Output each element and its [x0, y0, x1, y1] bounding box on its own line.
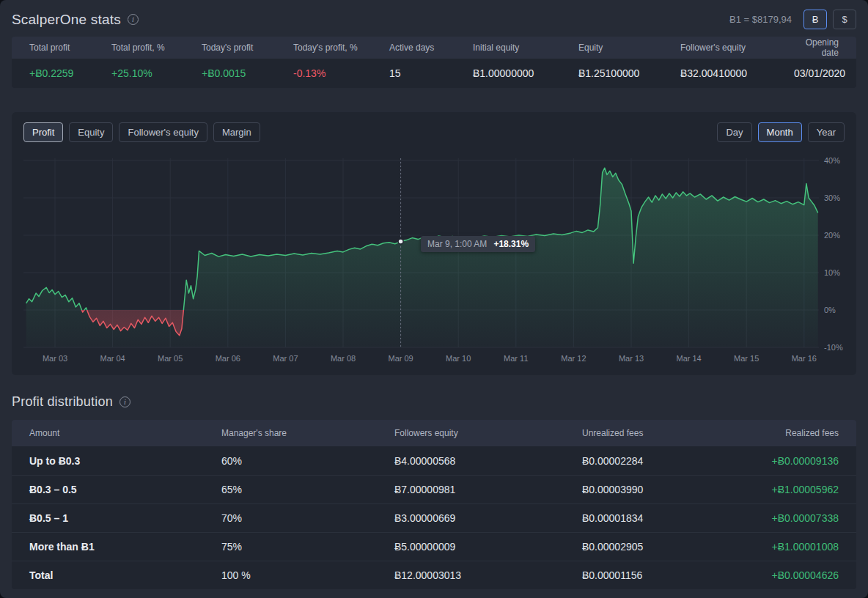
svg-text:Mar 11: Mar 11: [504, 354, 528, 363]
distribution-cell: +Ƀ1.00005962: [758, 484, 839, 495]
tooltip-date: Mar 9, 1:00 AM: [427, 239, 487, 249]
distribution-header-cell: Unrealized fees: [582, 428, 758, 438]
distribution-cell: Ƀ12.00003013: [394, 569, 582, 581]
distribution-table-body: Up to Ƀ0.360%Ƀ4.00000568Ƀ0.00002284+Ƀ0.0…: [12, 446, 856, 589]
stats-header-cell: Today's profit: [202, 43, 293, 53]
distribution-cell: More than Ƀ1: [29, 541, 221, 553]
stats-header-cell: Total profit: [29, 43, 111, 53]
stats-header-cell: Active days: [389, 43, 473, 53]
info-icon[interactable]: i: [119, 396, 130, 407]
usd-currency-button[interactable]: $: [833, 10, 856, 29]
distribution-cell: Ƀ5.00000009: [394, 541, 582, 553]
svg-text:0%: 0%: [824, 306, 836, 314]
distribution-title: Profit distribution: [12, 394, 113, 410]
svg-text:10%: 10%: [824, 268, 840, 277]
chart-tooltip: Mar 9, 1:00 AM +18.31%: [421, 236, 535, 252]
stats-value-cell: 15: [389, 67, 473, 79]
distribution-cell: 65%: [221, 484, 394, 495]
stats-value-cell: +Ƀ0.0015: [202, 67, 293, 79]
exchange-rate: Ƀ1 = $8179,94: [729, 14, 792, 25]
svg-text:Mar 03: Mar 03: [43, 354, 67, 363]
stats-header-cell: Follower's equity: [680, 43, 794, 53]
chart-toolbar: ProfitEquityFollower's equityMargin DayM…: [23, 122, 845, 142]
page-title: ScalperOne stats: [12, 12, 121, 28]
profit-chart[interactable]: 40%30%20%10%0%-10%Mar 03Mar 04Mar 05Mar …: [23, 150, 845, 369]
table-row: Total100 %Ƀ12.00003013Ƀ0.00001156+Ƀ0.000…: [12, 561, 856, 589]
stats-value-cell: Ƀ32.00410000: [680, 67, 794, 79]
distribution-cell: Ƀ0.00001834: [582, 512, 758, 524]
distribution-cell: Ƀ0.5 – 1: [29, 512, 221, 524]
stats-value-cell: Ƀ1.00000000: [473, 67, 578, 79]
stats-table-header: Total profitTotal profit, %Today's profi…: [12, 37, 856, 59]
svg-text:Mar 12: Mar 12: [561, 354, 586, 363]
svg-text:-10%: -10%: [824, 343, 843, 352]
distribution-cell: +Ƀ0.00007338: [758, 512, 839, 524]
svg-text:Mar 05: Mar 05: [158, 354, 183, 363]
svg-text:Mar 13: Mar 13: [619, 354, 644, 363]
distribution-cell: Ƀ0.3 – 0.5: [29, 484, 221, 495]
distribution-cell: +Ƀ1.00001008: [758, 541, 839, 553]
stats-header-cell: Opening date: [794, 37, 839, 58]
table-row: More than Ƀ175%Ƀ5.00000009Ƀ0.00002905+Ƀ1…: [12, 532, 856, 561]
distribution-table-header: AmountManager's shareFollowers equityUnr…: [12, 420, 856, 446]
stats-value-cell: +25.10%: [111, 67, 202, 79]
svg-text:Mar 16: Mar 16: [792, 354, 817, 363]
tab-margin[interactable]: Margin: [213, 122, 260, 142]
table-row: Up to Ƀ0.360%Ƀ4.00000568Ƀ0.00002284+Ƀ0.0…: [12, 446, 856, 475]
distribution-cell: +Ƀ0.00004626: [758, 569, 839, 581]
period-tab-month[interactable]: Month: [758, 122, 802, 142]
stats-value-cell: -0.13%: [293, 67, 389, 79]
svg-text:Mar 04: Mar 04: [100, 354, 125, 363]
period-tab-year[interactable]: Year: [808, 122, 845, 142]
currency-switcher: Ƀ1 = $8179,94 Ƀ $: [729, 10, 856, 29]
distribution-header-cell: Followers equity: [394, 428, 582, 438]
distribution-cell: Ƀ0.00003990: [582, 484, 758, 495]
distribution-cell: 60%: [221, 455, 394, 467]
chart-card: ProfitEquityFollower's equityMargin DayM…: [12, 112, 856, 375]
distribution-cell: 70%: [221, 512, 394, 524]
distribution-header-cell: Realized fees: [758, 428, 839, 438]
stats-table: Total profitTotal profit, %Today's profi…: [12, 37, 856, 88]
distribution-cell: Up to Ƀ0.3: [29, 455, 221, 467]
tooltip-value: +18.31%: [493, 239, 529, 249]
stats-header-cell: Today's profit, %: [293, 43, 389, 53]
distribution-cell: Ƀ0.00001156: [582, 569, 758, 581]
app-root: ScalperOne stats i Ƀ1 = $8179,94 Ƀ $ Tot…: [0, 0, 868, 598]
table-row: Ƀ0.3 – 0.565%Ƀ7.00000981Ƀ0.00003990+Ƀ1.0…: [12, 475, 856, 503]
stats-header-cell: Equity: [578, 43, 680, 53]
svg-text:Mar 10: Mar 10: [446, 354, 471, 363]
profit-chart-svg: 40%30%20%10%0%-10%Mar 03Mar 04Mar 05Mar …: [23, 150, 845, 369]
svg-text:Mar 09: Mar 09: [388, 354, 413, 363]
svg-text:Mar 07: Mar 07: [273, 354, 298, 363]
metric-tab-group: ProfitEquityFollower's equityMargin: [23, 122, 260, 142]
svg-text:20%: 20%: [824, 231, 840, 240]
distribution-cell: 75%: [221, 541, 394, 553]
tab-follower-s-equity[interactable]: Follower's equity: [119, 122, 207, 142]
stats-header-cell: Total profit, %: [111, 43, 202, 53]
period-tab-group: DayMonthYear: [717, 122, 845, 142]
tab-profit[interactable]: Profit: [23, 122, 63, 142]
svg-text:40%: 40%: [824, 156, 840, 165]
tab-equity[interactable]: Equity: [69, 122, 113, 142]
distribution-header-cell: Manager's share: [221, 428, 394, 438]
top-bar: ScalperOne stats i Ƀ1 = $8179,94 Ƀ $: [0, 0, 868, 37]
distribution-cell: Ƀ0.00002905: [582, 541, 758, 553]
distribution-cell: Total: [29, 569, 221, 581]
svg-text:Mar 15: Mar 15: [734, 354, 759, 363]
svg-text:Mar 08: Mar 08: [331, 354, 356, 363]
distribution-cell: +Ƀ0.00009136: [758, 455, 839, 467]
profit-distribution-table: AmountManager's shareFollowers equityUnr…: [12, 420, 856, 589]
stats-value-cell: +Ƀ0.2259: [29, 67, 111, 79]
period-tab-day[interactable]: Day: [717, 122, 751, 142]
stats-value-cell: 03/01/2020: [794, 67, 845, 79]
svg-text:30%: 30%: [824, 193, 840, 202]
distribution-cell: 100 %: [221, 569, 394, 581]
info-icon[interactable]: i: [128, 14, 139, 25]
distribution-cell: Ƀ3.00000669: [394, 512, 582, 524]
btc-currency-button[interactable]: Ƀ: [803, 10, 827, 29]
profit-distribution-section: Profit distribution i AmountManager's sh…: [0, 394, 868, 589]
distribution-cell: Ƀ0.00002284: [582, 455, 758, 467]
svg-text:Mar 06: Mar 06: [216, 354, 240, 363]
stats-header-cell: Initial equity: [473, 43, 578, 53]
table-row: Ƀ0.5 – 170%Ƀ3.00000669Ƀ0.00001834+Ƀ0.000…: [12, 503, 856, 532]
